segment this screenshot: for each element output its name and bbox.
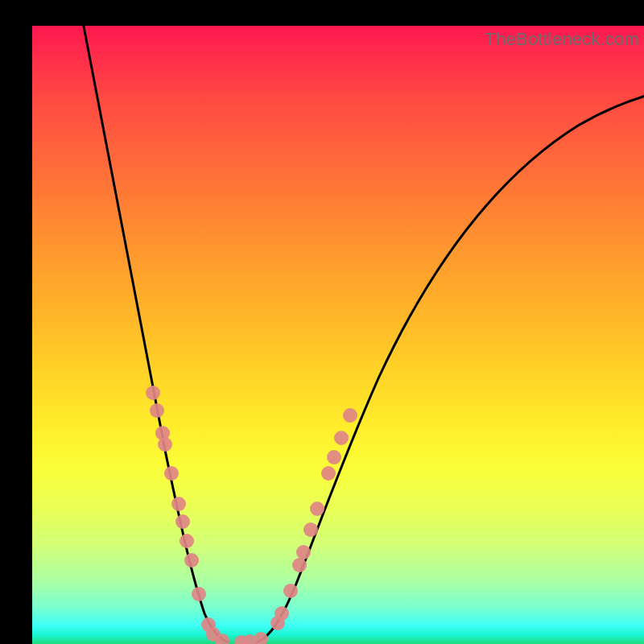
right-dots-group: [234, 408, 357, 644]
data-point: [283, 584, 298, 598]
data-point: [158, 437, 172, 452]
data-point: [192, 587, 206, 601]
left-curve: [80, 26, 229, 642]
data-point: [150, 403, 164, 418]
data-point: [254, 632, 268, 644]
data-point: [310, 502, 324, 516]
data-point: [175, 514, 190, 529]
data-point: [321, 466, 336, 481]
data-point: [334, 431, 349, 445]
data-point: [327, 450, 341, 464]
data-point: [164, 466, 179, 481]
data-point: [184, 553, 199, 568]
data-point: [180, 534, 194, 548]
data-point: [292, 558, 307, 572]
data-point: [296, 545, 311, 559]
data-point: [146, 386, 160, 400]
data-point: [343, 408, 357, 423]
right-curve: [257, 92, 644, 642]
data-point: [275, 606, 289, 621]
data-point: [303, 522, 318, 537]
plot-area: TheBottleneck.com: [32, 26, 644, 644]
left-dots-group: [146, 386, 229, 644]
chart-svg: [32, 26, 644, 644]
data-point: [171, 497, 186, 511]
chart-frame: TheBottleneck.com: [0, 0, 644, 644]
